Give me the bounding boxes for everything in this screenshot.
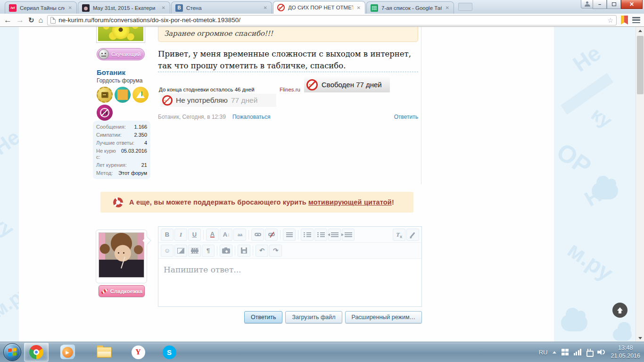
drafts-button[interactable] (406, 229, 419, 241)
camera-button[interactable] (220, 245, 232, 257)
taskbar-media-player-button[interactable]: ▶ (55, 343, 80, 362)
minimize-button[interactable]: – (593, 0, 607, 9)
signature-free-counter[interactable]: Свободен 77 дней (304, 77, 390, 92)
submit-reply-button[interactable]: Ответить (244, 311, 282, 323)
new-tab-button[interactable] (458, 3, 472, 11)
close-icon[interactable]: ✕ (161, 5, 166, 10)
insert-quote-button[interactable]: ¶ (202, 245, 215, 257)
flines-link[interactable]: Flines.ru (280, 87, 300, 92)
forward-button[interactable]: → (16, 16, 24, 25)
volume-icon[interactable] (597, 349, 605, 355)
taskbar-explorer-button[interactable] (92, 343, 116, 362)
avatar[interactable] (96, 27, 145, 43)
reply-text-area[interactable]: Напишите ответ... (158, 259, 421, 306)
no-smoking-badge-icon[interactable] (97, 105, 113, 121)
bold-button[interactable]: B (161, 229, 173, 241)
close-window-button[interactable]: ✕ (621, 0, 643, 9)
unlink-button[interactable] (265, 229, 278, 241)
address-bar[interactable]: ne-kurim.ru/forum/conversations/do-six-p… (47, 15, 617, 25)
close-icon[interactable]: ✕ (263, 5, 268, 10)
insert-link-button[interactable] (251, 229, 264, 241)
signature-nouse-counter[interactable]: Не употребляю 77 дней (160, 94, 276, 107)
taskbar-skype-button[interactable]: S (157, 343, 182, 362)
insert-image-button[interactable] (174, 245, 187, 257)
font-size-button[interactable]: A: (220, 229, 232, 241)
profile-button[interactable] (581, 0, 594, 8)
outdent-button[interactable] (328, 229, 341, 241)
taskbar-clock[interactable]: 13:48 21.05.2016 (611, 344, 640, 360)
menu-icon[interactable] (632, 17, 640, 23)
upload-file-button[interactable]: Загрузить файл (285, 311, 342, 323)
scrollbar-thumb[interactable] (637, 36, 644, 94)
tab-title: May 31st, 2015 - Екатери (93, 5, 158, 11)
taskbar-yandex-button[interactable]: Y (126, 343, 150, 362)
home-button[interactable]: ⌂ (39, 16, 43, 25)
page-scrollbar[interactable] (636, 27, 644, 342)
scroll-up-button[interactable] (636, 27, 644, 34)
chrome-icon (29, 345, 43, 359)
language-indicator[interactable]: RU (539, 349, 548, 356)
indent-button[interactable] (342, 229, 355, 241)
text-color-button[interactable]: A (206, 229, 219, 241)
avatar-image[interactable] (99, 232, 144, 278)
italic-button[interactable]: I (174, 229, 187, 241)
sweet-tooth-badge[interactable]: Сладкоежка (99, 285, 145, 297)
desktop-screen: ivi Сериал Тайны следствия ✕ May 31st, 2… (0, 0, 644, 362)
back-button[interactable]: ← (4, 16, 12, 25)
numbered-list-icon (317, 232, 325, 237)
unlink-icon (268, 233, 275, 236)
diary-badge-icon[interactable] (97, 87, 113, 103)
stat-row: Сообщения:1.166 (96, 124, 147, 130)
windows-logo-icon (8, 348, 17, 356)
font-family-button[interactable]: aa (233, 229, 246, 241)
undo-button[interactable]: ↶ (256, 245, 268, 257)
system-tray: RU 13:48 21.05.2016 (539, 342, 644, 362)
scroll-down-button[interactable] (636, 334, 644, 342)
url-text[interactable]: ne-kurim.ru/forum/conversations/do-six-p… (58, 16, 604, 24)
media-icon (191, 248, 198, 254)
start-button[interactable] (3, 343, 21, 361)
hidden-icons-arrow[interactable] (553, 351, 556, 354)
insert-media-button[interactable] (188, 245, 201, 257)
smilies-button[interactable]: ☺ (161, 245, 173, 257)
scroll-to-top-button[interactable] (612, 303, 627, 318)
taskbar-chrome-button[interactable] (24, 343, 49, 362)
tab-vk[interactable]: В Стена ✕ (171, 1, 272, 14)
bookmark-star-icon[interactable]: ☆ (607, 16, 613, 24)
remove-formatting-button[interactable]: Tx (393, 229, 405, 241)
avatar-image (98, 27, 143, 41)
tab-google-sheets[interactable]: 7-ая список - Google Таб ✕ (366, 1, 454, 14)
close-icon[interactable]: ✕ (445, 5, 450, 10)
star-badge-icon[interactable] (115, 87, 131, 103)
page-icon (50, 17, 56, 24)
network-signal-icon[interactable] (574, 349, 582, 355)
maximize-button[interactable] (607, 0, 621, 9)
save-draft-button[interactable] (238, 245, 250, 257)
bookmarks-extension-icon[interactable] (621, 16, 628, 25)
alignment-button[interactable] (283, 229, 296, 241)
bulleted-list-button[interactable] (301, 229, 314, 241)
reload-button[interactable]: ↻ (28, 16, 34, 25)
tab-ivi[interactable]: ivi Сериал Тайны следствия ✕ (5, 1, 77, 14)
motivation-quote-link[interactable]: мотивирующей цитатой (308, 198, 392, 206)
get-windows10-icon[interactable] (561, 349, 569, 355)
book-icon (101, 92, 108, 98)
mood-badge[interactable]: Скучающий (97, 48, 145, 60)
journal-avatar-icon (82, 4, 90, 12)
tab-livejournal[interactable]: May 31st, 2015 - Екатери ✕ (78, 1, 170, 14)
mountain-badge-icon[interactable] (132, 87, 149, 103)
close-icon[interactable]: ✕ (68, 5, 73, 10)
tab-forum-active[interactable]: ДО СИХ ПОР НЕТ ОТМЕТ ✕ (273, 1, 365, 14)
close-icon[interactable]: ✕ (356, 5, 361, 10)
username-link[interactable]: Ботаник (97, 68, 125, 76)
windows-taskbar: ▶ Y S RU 13:48 21.05.2016 (0, 342, 644, 362)
report-link[interactable]: Пожаловаться (232, 114, 271, 120)
power-plug-icon[interactable] (586, 350, 592, 356)
underline-button[interactable]: U (188, 229, 201, 241)
reply-link[interactable]: Ответить (394, 114, 418, 120)
stat-row: Не курю с:05.03.2016 (96, 148, 147, 160)
numbered-list-button[interactable] (314, 229, 327, 241)
link-icon (255, 233, 261, 236)
advanced-mode-button[interactable]: Расширенный режим… (345, 311, 422, 323)
redo-button[interactable]: ↷ (269, 245, 282, 257)
